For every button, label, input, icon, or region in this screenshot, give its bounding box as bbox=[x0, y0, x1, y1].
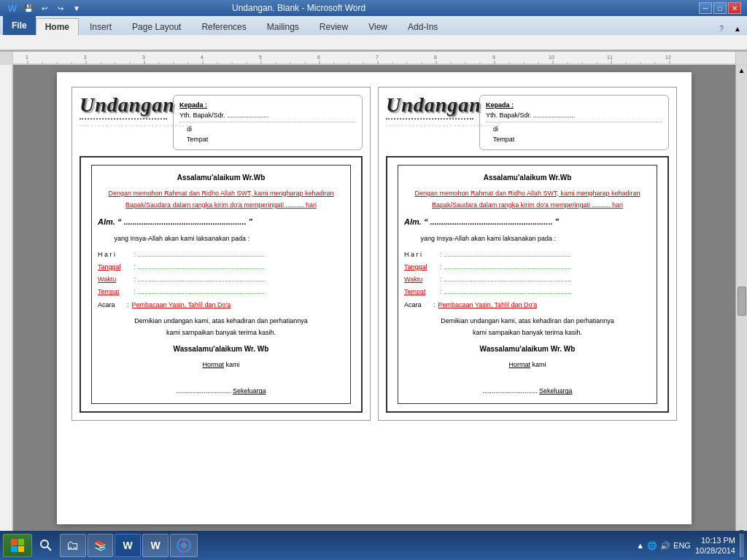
taskbar-word-btn[interactable]: W bbox=[115, 534, 141, 557]
hari-label-right: H a r i bbox=[404, 249, 437, 260]
ribbon-tabs: File Home Insert Page Layout References … bbox=[0, 16, 747, 35]
tab-review[interactable]: Review bbox=[310, 18, 357, 35]
address-yth-right: Yth. Bapak/Sdr. ....................... bbox=[486, 110, 662, 122]
insya-line-left: yang Insya-Allah akan kami laksanakan pa… bbox=[98, 233, 344, 244]
acara-value-left: Pembacaan Yasin, Tahlil dan Do'a bbox=[132, 299, 231, 311]
close-button[interactable]: ✕ bbox=[728, 2, 741, 14]
hari-value-right: : ......................................… bbox=[440, 249, 571, 260]
wassalam-left: Wassalamu'alaikum Wr. Wb bbox=[98, 343, 344, 356]
tab-view[interactable]: View bbox=[359, 18, 397, 35]
tempat-label-left: Tempat bbox=[98, 286, 131, 298]
acara-value-right: Pembacaan Yasin, Tahlil dan Do'a bbox=[438, 299, 538, 311]
sekeluarga-text-right: Sekeluarga bbox=[539, 387, 573, 394]
time-display: 10:13 PM bbox=[695, 535, 735, 545]
wassalam-right: Wassalamu'alaikum Wr. Wb bbox=[404, 343, 651, 356]
maximize-button[interactable]: □ bbox=[713, 2, 727, 14]
date-display: 10/28/2014 bbox=[695, 545, 735, 556]
taskbar-libraries-btn[interactable]: 📚 bbox=[88, 534, 113, 557]
address-yth-left: Yth. Bapak/Sdr. ....................... bbox=[179, 110, 356, 122]
hormat-text-right: Hormat bbox=[508, 361, 530, 368]
svg-text:10: 10 bbox=[549, 55, 554, 60]
ruler-svg: 1 2 3 4 5 6 bbox=[13, 52, 735, 64]
tab-home[interactable]: Home bbox=[36, 18, 79, 36]
address-di-left: di bbox=[179, 124, 356, 134]
acara-colon-left: : bbox=[118, 299, 129, 311]
alm-line-right: Alm. “ .................................… bbox=[404, 215, 651, 230]
taskbar-chrome-btn[interactable] bbox=[170, 534, 198, 557]
minimize-button[interactable]: ─ bbox=[699, 2, 712, 14]
card-body-inner-left: Assalamu'alaikum Wr.Wb Dengan memohon Ra… bbox=[91, 165, 351, 404]
tab-file[interactable]: File bbox=[3, 16, 36, 35]
hari-label-left: H a r i bbox=[98, 249, 131, 260]
acara-label-left: Acara bbox=[98, 299, 115, 311]
scroll-up-arrow[interactable]: ▲ bbox=[738, 66, 746, 74]
ribbon-placeholder bbox=[6, 39, 8, 47]
tanggal-value-right: : ......................................… bbox=[440, 261, 571, 273]
tempat-value-right: : ......................................… bbox=[440, 286, 571, 298]
taskbar-word-icon: W bbox=[123, 540, 132, 551]
signature-space-left bbox=[98, 370, 344, 385]
start-button[interactable] bbox=[3, 534, 32, 557]
sekeluarga-line-left: .............................. Sekeluarg… bbox=[98, 385, 344, 397]
vertical-scrollbar[interactable]: ▲ ▼ bbox=[735, 65, 747, 537]
clock[interactable]: 10:13 PM 10/28/2014 bbox=[695, 535, 735, 556]
main-area: Undangan .............................. … bbox=[0, 65, 747, 537]
body-text-right: Dengan memohon Rahmat dan Ridho Allah SW… bbox=[404, 187, 651, 211]
document-area[interactable]: Undangan .............................. … bbox=[13, 65, 735, 537]
window-controls: ─ □ ✕ bbox=[699, 2, 741, 14]
acara-label-right: Acara bbox=[404, 299, 422, 311]
svg-point-61 bbox=[41, 540, 48, 548]
horizontal-ruler: 1 2 3 4 5 6 bbox=[13, 52, 735, 64]
vertical-ruler bbox=[0, 65, 13, 537]
svg-text:9: 9 bbox=[492, 55, 495, 60]
tempat-line-left: Tempat : ...............................… bbox=[98, 286, 344, 298]
kepada-label-right: Kepada : bbox=[486, 100, 662, 110]
svg-text:4: 4 bbox=[201, 55, 204, 60]
word-icon-small: W bbox=[6, 1, 19, 15]
logo-line-left bbox=[80, 118, 167, 120]
network-icon: 🌐 bbox=[647, 541, 657, 551]
acara-line-left: Acara : Pembacaan Yasin, Tahlil dan Do'a bbox=[98, 299, 344, 311]
ruler-area: 1 2 3 4 5 6 bbox=[0, 52, 747, 65]
waktu-line-left: Waktu : ................................… bbox=[98, 273, 344, 285]
card-body-left: Assalamu'alaikum Wr.Wb Dengan memohon Ra… bbox=[80, 156, 363, 413]
svg-text:12: 12 bbox=[665, 55, 671, 60]
show-desktop-btn[interactable] bbox=[740, 534, 744, 557]
tab-insert[interactable]: Insert bbox=[80, 18, 121, 35]
help-icon[interactable]: ? bbox=[715, 22, 728, 35]
undo-icon[interactable]: ↩ bbox=[38, 1, 51, 15]
taskbar-word2-btn[interactable]: W bbox=[142, 534, 169, 557]
tanggal-label-left: Tanggal bbox=[98, 261, 131, 273]
closing-text-left: Demikian undangan kami, atas kehadiran d… bbox=[98, 315, 344, 338]
windows-logo-icon bbox=[11, 539, 24, 552]
svg-rect-0 bbox=[13, 52, 735, 64]
vertical-ruler-svg bbox=[0, 65, 13, 537]
tempat-line-right: Tempat : ...............................… bbox=[404, 286, 651, 298]
tanggal-line-left: Tanggal : ..............................… bbox=[98, 261, 344, 273]
alm-line-left: Alm. “ .................................… bbox=[98, 215, 344, 230]
logo-dots-right: .............................. bbox=[386, 121, 473, 128]
redo-icon[interactable]: ↪ bbox=[54, 1, 67, 15]
hormat-right: Hormat kami bbox=[404, 359, 651, 370]
taskbar-search-icon[interactable] bbox=[34, 534, 58, 557]
svg-text:8: 8 bbox=[434, 55, 437, 60]
tab-mailings[interactable]: Mailings bbox=[258, 18, 309, 35]
customize-qat-icon[interactable]: ▼ bbox=[70, 1, 83, 15]
logo-left: Undangan .............................. bbox=[80, 95, 167, 128]
svg-text:1: 1 bbox=[26, 55, 28, 60]
taskbar-explorer-btn[interactable]: 🗂 bbox=[60, 534, 86, 557]
svg-rect-59 bbox=[0, 65, 13, 537]
tanggal-label-right: Tanggal bbox=[404, 261, 437, 273]
ribbon: File Home Insert Page Layout References … bbox=[0, 16, 747, 52]
lang-indicator[interactable]: ENG bbox=[673, 541, 691, 550]
tab-addins[interactable]: Add-Ins bbox=[398, 18, 447, 35]
waktu-value-right: : ......................................… bbox=[440, 273, 571, 285]
taskbar: 🗂 📚 W W ▲ 🌐 🔊 ENG 10:13 PM 10/28/2014 bbox=[0, 531, 747, 560]
minimize-ribbon-icon[interactable]: ▲ bbox=[731, 22, 744, 35]
save-icon[interactable]: 💾 bbox=[22, 1, 35, 15]
tab-page-layout[interactable]: Page Layout bbox=[123, 18, 190, 35]
card-header-right: Undangan .............................. … bbox=[386, 95, 669, 150]
tab-references[interactable]: References bbox=[192, 18, 255, 35]
scroll-thumb[interactable] bbox=[738, 287, 746, 316]
svg-line-62 bbox=[47, 547, 51, 551]
